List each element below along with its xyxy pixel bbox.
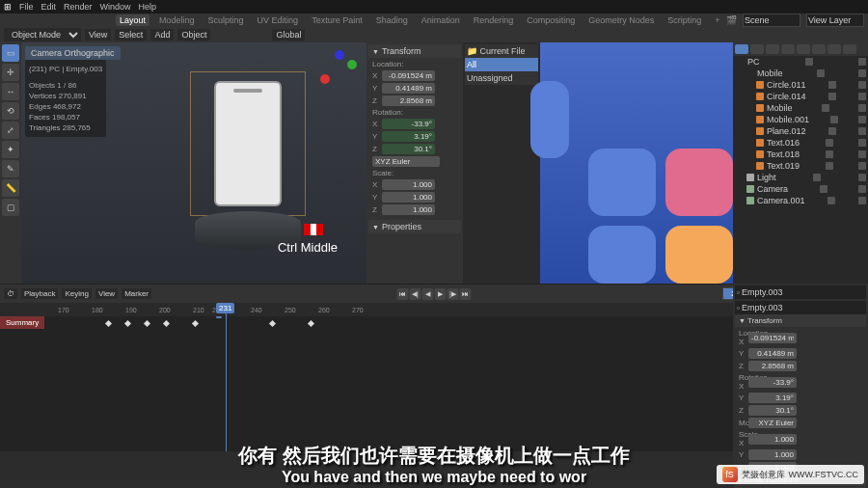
visibility-toggle[interactable] (822, 104, 829, 112)
keyframe[interactable] (308, 320, 314, 327)
btn-first[interactable]: ⏮ (397, 288, 409, 300)
menu-window[interactable]: Window (100, 2, 131, 12)
outliner-item[interactable]: Circle.011 (733, 79, 868, 91)
render-toggle[interactable] (858, 139, 866, 147)
filter-2[interactable] (750, 44, 764, 54)
pp-rot-z[interactable] (748, 405, 797, 416)
keyframe[interactable] (269, 320, 276, 327)
filter-1[interactable] (735, 44, 748, 54)
outliner-item[interactable]: Circle.014 (733, 91, 868, 102)
visibility-toggle[interactable] (826, 162, 833, 170)
scene-input[interactable] (743, 14, 800, 27)
pp-loc-y[interactable] (748, 348, 797, 359)
visibility-toggle[interactable] (830, 116, 838, 123)
tab-compositing[interactable]: Compositing (523, 14, 579, 26)
visibility-toggle[interactable] (827, 197, 835, 204)
render-toggle[interactable] (858, 104, 866, 112)
rot-order[interactable] (372, 156, 440, 167)
btn-last[interactable]: ⏭ (460, 288, 472, 300)
menu-help[interactable]: Help (139, 2, 157, 12)
keyframe[interactable] (192, 320, 199, 327)
outliner-item[interactable]: Light (733, 172, 868, 183)
outliner-item[interactable]: Text.018 (733, 149, 868, 160)
tool-cursor[interactable]: ✛ (2, 64, 19, 81)
filter-5[interactable] (797, 44, 810, 54)
filter-4[interactable] (781, 44, 795, 54)
header-view[interactable]: View (85, 29, 111, 41)
keyframe[interactable] (105, 320, 112, 327)
playhead[interactable] (226, 303, 227, 316)
render-toggle[interactable] (858, 162, 866, 170)
pp-mode[interactable] (748, 418, 797, 428)
tab-uv[interactable]: UV Editing (254, 14, 303, 26)
scale-x[interactable] (382, 179, 435, 190)
btn-next-key[interactable]: |▶ (448, 288, 459, 300)
tl-view[interactable]: View (95, 288, 118, 299)
outliner-item[interactable]: Mobile (733, 68, 868, 79)
viewport-3d[interactable]: Camera Orthographic (231) PC | Empty.003… (21, 42, 366, 284)
viewlayer-input[interactable] (806, 14, 864, 27)
scale-y[interactable] (382, 192, 435, 203)
outliner-item[interactable]: Mobile.001 (733, 114, 868, 125)
orientation-select[interactable]: Global (272, 29, 305, 41)
keyframe[interactable] (163, 320, 170, 327)
scale-z[interactable] (382, 204, 435, 215)
tool-rotate[interactable]: ⟲ (2, 102, 19, 120)
tool-measure[interactable]: 📏 (2, 179, 19, 197)
render-toggle[interactable] (858, 81, 866, 89)
tab-texture[interactable]: Texture Paint (308, 14, 366, 26)
btn-play-rev[interactable]: ◀ (422, 288, 434, 300)
tool-transform[interactable]: ✦ (2, 141, 19, 158)
render-toggle[interactable] (858, 58, 866, 66)
loc-y[interactable] (382, 83, 435, 94)
tool-select[interactable]: ▭ (2, 44, 19, 62)
render-toggle[interactable] (858, 174, 866, 181)
tool-addcube[interactable]: ▢ (2, 199, 19, 216)
tl-playback[interactable]: Playback (21, 288, 58, 299)
outliner-item[interactable]: Text.019 (733, 160, 868, 172)
outliner-item[interactable]: Text.016 (733, 137, 868, 149)
loc-z[interactable] (382, 95, 435, 106)
loc-x[interactable] (382, 70, 435, 81)
pp-loc-x[interactable] (748, 333, 797, 343)
tab-scripting[interactable]: Scripting (664, 14, 705, 26)
render-toggle[interactable] (858, 127, 866, 135)
pp-rot-x[interactable] (748, 377, 797, 388)
transform-header[interactable]: Transform (368, 44, 461, 58)
keyframe[interactable] (144, 320, 150, 327)
visibility-toggle[interactable] (826, 150, 833, 158)
nav-gizmo[interactable] (320, 50, 359, 89)
mode-select[interactable]: Object Mode (4, 28, 81, 41)
current-file[interactable]: 📁 Current File (465, 44, 538, 58)
tab-layout[interactable]: Layout (116, 14, 149, 26)
render-toggle[interactable] (858, 197, 866, 204)
tab-animation[interactable]: Animation (418, 14, 464, 26)
render-toggle[interactable] (858, 69, 866, 77)
btn-prev-key[interactable]: ◀| (410, 288, 421, 300)
visibility-toggle[interactable] (828, 93, 836, 100)
visibility-toggle[interactable] (826, 139, 833, 147)
pp-loc-z[interactable] (748, 361, 797, 371)
visibility-toggle[interactable] (805, 58, 813, 66)
pp-rot-y[interactable] (748, 393, 797, 403)
menu-file[interactable]: File (19, 2, 34, 12)
visibility-toggle[interactable] (813, 174, 821, 181)
summary-channel[interactable]: Summary (0, 316, 44, 329)
render-toggle[interactable] (858, 150, 866, 158)
filter-7[interactable] (827, 44, 841, 54)
filter-6[interactable] (812, 44, 826, 54)
render-toggle[interactable] (858, 185, 866, 193)
tool-annotate[interactable]: ✎ (2, 160, 19, 177)
tab-add[interactable]: + (711, 14, 723, 26)
filter-8[interactable] (843, 44, 856, 54)
asset-all[interactable]: All (465, 58, 538, 71)
tab-geonodes[interactable]: Geometry Nodes (584, 14, 658, 26)
outliner-item[interactable]: Plane.012 (733, 125, 868, 137)
tab-modeling[interactable]: Modeling (155, 14, 199, 26)
visibility-toggle[interactable] (820, 185, 827, 193)
tool-scale[interactable]: ⤢ (2, 122, 19, 139)
asset-unassigned[interactable]: Unassigned (465, 71, 538, 85)
rot-z[interactable] (382, 144, 435, 154)
header-object[interactable]: Object (177, 29, 210, 41)
visibility-toggle[interactable] (828, 127, 836, 135)
